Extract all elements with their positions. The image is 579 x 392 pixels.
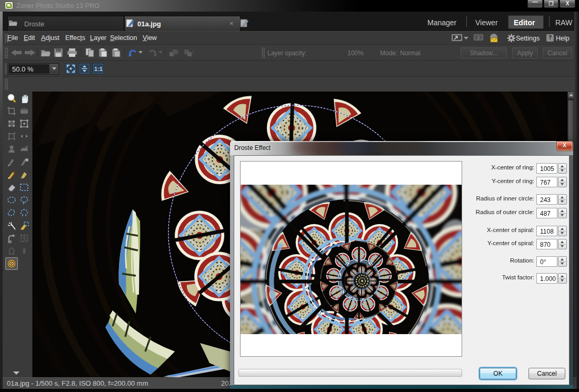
svg-text:1:1: 1:1 [94, 66, 103, 72]
svg-text:2: 2 [477, 35, 480, 40]
svg-text:T: T [23, 236, 26, 242]
